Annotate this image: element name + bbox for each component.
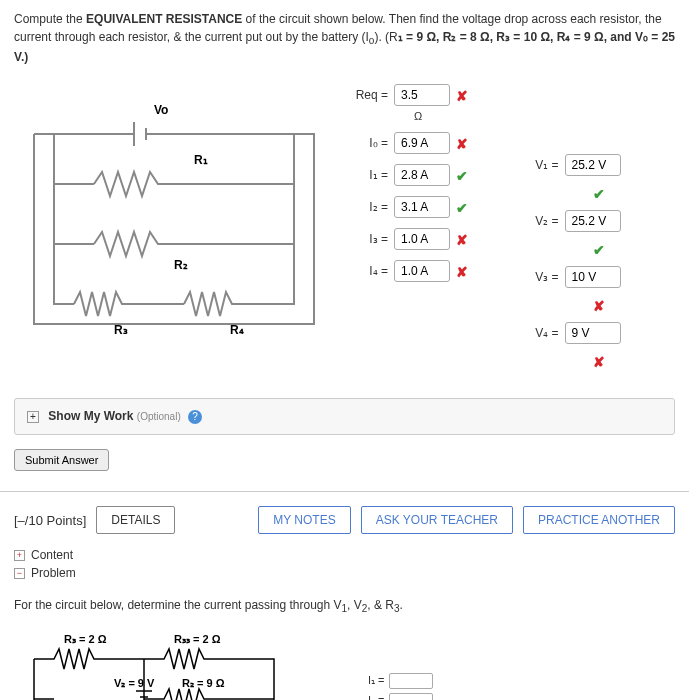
mark-check-icon: ✔ bbox=[593, 242, 607, 256]
accordion-content[interactable]: +Content bbox=[14, 548, 675, 562]
ans-req: Req = ✘ bbox=[354, 84, 505, 106]
input-v3[interactable] bbox=[565, 266, 621, 288]
q2-prompt: For the circuit below, determine the cur… bbox=[0, 590, 689, 622]
label-vo: Vo bbox=[154, 103, 168, 117]
input-v2[interactable] bbox=[565, 210, 621, 232]
practice-another-button[interactable]: PRACTICE ANOTHER bbox=[523, 506, 675, 534]
svg-text:V₂ = 9 V: V₂ = 9 V bbox=[114, 677, 155, 689]
answers-right-col: V₁ = ✔ V₂ = ✔ V₃ = ✘ V₄ = ✘ bbox=[525, 74, 676, 378]
accordion: +Content −Problem bbox=[0, 542, 689, 590]
my-notes-button[interactable]: MY NOTES bbox=[258, 506, 350, 534]
ans-v1: V₁ = bbox=[525, 154, 676, 176]
mark-check-icon: ✔ bbox=[593, 186, 607, 200]
unit-ohm: Ω bbox=[410, 110, 505, 122]
points-label: [–/10 Points] bbox=[14, 513, 86, 528]
ans-i4: I₄ =✘ bbox=[354, 260, 505, 282]
mark-check-icon: ✔ bbox=[456, 200, 470, 214]
minus-icon: − bbox=[14, 568, 25, 579]
show-my-work[interactable]: + Show My Work (Optional) ? bbox=[14, 398, 675, 435]
ans-i1: I₁ =✔ bbox=[354, 164, 505, 186]
input-v1[interactable] bbox=[565, 154, 621, 176]
question-1: Compute the EQUIVALENT RESISTANCE of the… bbox=[0, 0, 689, 388]
mark-check-icon: ✔ bbox=[456, 168, 470, 182]
input-q2-i1[interactable] bbox=[389, 673, 433, 689]
expand-icon[interactable]: + bbox=[27, 411, 39, 423]
ans-v2: V₂ = bbox=[525, 210, 676, 232]
mark-x-icon: ✘ bbox=[456, 136, 470, 150]
accordion-problem[interactable]: −Problem bbox=[14, 566, 675, 580]
input-i3[interactable] bbox=[394, 228, 450, 250]
label-r3: R₃ bbox=[114, 323, 128, 334]
answers-left-col: Req = ✘ Ω I₀ =✘ I₁ =✔ I₂ =✔ I₃ =✘ I₄ =✘ bbox=[354, 74, 505, 378]
svg-text:R₂ = 9 Ω: R₂ = 9 Ω bbox=[182, 677, 225, 689]
mark-x-icon: ✘ bbox=[456, 232, 470, 246]
circuit-diagram-1: Vo R₁ R₂ R₃ R₄ bbox=[14, 74, 334, 334]
mark-x-icon: ✘ bbox=[456, 264, 470, 278]
ans-q2-i1: I₁ = bbox=[368, 673, 433, 689]
ans-v4: V₄ = bbox=[525, 322, 676, 344]
label-r4: R₄ bbox=[230, 323, 244, 334]
ans-i3: I₃ =✘ bbox=[354, 228, 505, 250]
help-icon[interactable]: ? bbox=[188, 410, 202, 424]
label-r2: R₂ bbox=[174, 258, 188, 272]
input-v4[interactable] bbox=[565, 322, 621, 344]
ans-io: I₀ =✘ bbox=[354, 132, 505, 154]
mark-x-icon: ✘ bbox=[593, 298, 607, 312]
svg-text:R₃ = 2 Ω: R₃ = 2 Ω bbox=[64, 633, 107, 645]
ans-i2: I₂ =✔ bbox=[354, 196, 505, 218]
input-io[interactable] bbox=[394, 132, 450, 154]
ans-v3: V₃ = bbox=[525, 266, 676, 288]
input-i4[interactable] bbox=[394, 260, 450, 282]
ask-teacher-button[interactable]: ASK YOUR TEACHER bbox=[361, 506, 513, 534]
q2-inputs: I₁ = I₂ = I₃ = bbox=[368, 623, 433, 700]
svg-text:R₃₃ = 2 Ω: R₃₃ = 2 Ω bbox=[174, 633, 221, 645]
input-i1[interactable] bbox=[394, 164, 450, 186]
submit-button[interactable]: Submit Answer bbox=[14, 449, 109, 471]
q1-body: Vo R₁ R₂ R₃ R₄ Req = ✘ Ω I₀ =✘ I₁ =✔ I₂ … bbox=[14, 74, 675, 378]
label-r1: R₁ bbox=[194, 153, 208, 167]
q1-prompt: Compute the EQUIVALENT RESISTANCE of the… bbox=[14, 10, 675, 66]
input-i2[interactable] bbox=[394, 196, 450, 218]
mark-x-icon: ✘ bbox=[593, 354, 607, 368]
question-toolbar: [–/10 Points] DETAILS MY NOTES ASK YOUR … bbox=[0, 498, 689, 542]
details-button[interactable]: DETAILS bbox=[96, 506, 175, 534]
input-q2-i2[interactable] bbox=[389, 693, 433, 700]
ans-q2-i2: I₂ = bbox=[368, 693, 433, 700]
circuit-diagram-2: R₃ = 2 Ω R₃₃ = 2 Ω V₂ = 9 V R₂ = 9 Ω V₁ … bbox=[14, 629, 354, 700]
mark-x-icon: ✘ bbox=[456, 88, 470, 102]
plus-icon: + bbox=[14, 550, 25, 561]
input-req[interactable] bbox=[394, 84, 450, 106]
